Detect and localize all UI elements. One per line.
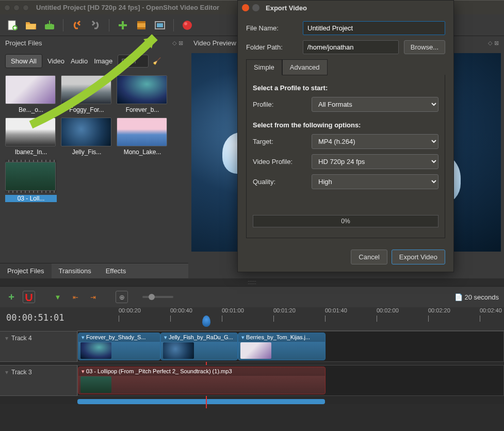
file-item[interactable]: Forever_b... (117, 75, 168, 113)
dialog-title: Export Video (266, 4, 307, 12)
svg-point-8 (183, 21, 192, 30)
profile-label: Profile: (253, 101, 306, 108)
next-marker-button[interactable]: ⇥ (87, 291, 99, 303)
show-all-button[interactable]: Show All (5, 54, 42, 68)
profile-button[interactable] (134, 18, 149, 32)
export-video-button[interactable]: Export Video (392, 250, 445, 264)
open-project-button[interactable] (24, 18, 38, 32)
timeline-toolbar: + ▼ ⇤ ⇥ ⊕ 📄 20 seconds (0, 286, 504, 307)
cancel-button[interactable]: Cancel (351, 250, 387, 264)
playhead[interactable] (202, 316, 210, 327)
folder-path-input[interactable] (303, 40, 399, 54)
project-files-title: Project Files (5, 39, 42, 47)
file-item[interactable]: Mono_Lake... (117, 118, 168, 156)
center-playhead-button[interactable]: ⊕ (116, 291, 128, 303)
clip[interactable]: ▾ 03 - Lollipop (From _Pitch Perfect 2_ … (78, 367, 326, 394)
redo-button[interactable] (88, 18, 103, 32)
browse-button[interactable]: Browse... (404, 40, 445, 54)
track-lane[interactable]: ▾ 03 - Lollipop (From _Pitch Perfect 2_ … (77, 365, 504, 396)
target-select[interactable]: MP4 (h.264) (312, 134, 438, 149)
clip[interactable]: ▾ Jelly_Fish_by_RaDu_G... (160, 333, 238, 360)
track-header[interactable]: ▾Track 3 (0, 365, 77, 396)
fullscreen-button[interactable] (153, 18, 167, 32)
window-title: Untitled Project [HD 720p 24 fps] - Open… (36, 4, 219, 11)
quality-select[interactable]: High (312, 174, 438, 189)
track-lane[interactable]: ▾ Forever_by_Shady_S... ▾ Jelly_Fish_by_… (77, 331, 504, 362)
minimize-icon[interactable] (252, 4, 259, 11)
undo-button[interactable] (70, 18, 84, 32)
undock-icon[interactable]: ◇ (172, 40, 176, 46)
clear-filter-icon[interactable]: 🧹 (153, 57, 161, 65)
razor-button[interactable]: ▼ (52, 291, 64, 303)
select-profile-heading: Select a Profile to start: (253, 84, 438, 92)
file-item[interactable]: Foggy_For... (61, 75, 112, 113)
filter-audio[interactable]: Audio (70, 55, 89, 67)
export-button[interactable] (180, 18, 194, 32)
prev-marker-button[interactable]: ⇤ (69, 291, 82, 303)
new-project-button[interactable] (5, 18, 20, 32)
file-item[interactable]: 03 - Loll... (5, 160, 57, 202)
file-name-label: File Name: (246, 24, 298, 32)
file-item[interactable]: Jelly_Fis... (61, 118, 112, 156)
undock-icon[interactable]: ◇ (488, 40, 492, 46)
timeline-scrollbar[interactable] (77, 399, 325, 404)
track-header[interactable]: ▾Track 4 (0, 331, 77, 362)
video-profile-label: Video Profile: (253, 158, 306, 165)
timeline-tracks: ▾Track 4 ▾ Forever_by_Shady_S... ▾ Jelly… (0, 331, 504, 404)
close-icon[interactable] (4, 5, 10, 11)
svg-point-9 (184, 22, 187, 25)
video-profile-select[interactable]: HD 720p 24 fps (312, 154, 438, 169)
add-track-button[interactable]: + (5, 291, 18, 303)
svg-rect-7 (157, 23, 163, 27)
target-label: Target: (253, 138, 306, 145)
tab-simple[interactable]: Simple (246, 59, 282, 75)
tab-transitions[interactable]: Transitions (52, 263, 99, 278)
export-progress: 0% (253, 215, 438, 227)
minimize-icon[interactable] (13, 5, 20, 11)
file-name-input[interactable] (303, 21, 445, 35)
file-item[interactable]: Ibanez_In... (5, 118, 57, 156)
tab-project-files[interactable]: Project Files (0, 263, 52, 278)
video-preview-title: Video Preview (193, 39, 236, 47)
svg-rect-4 (137, 21, 145, 23)
tab-effects[interactable]: Effects (99, 263, 134, 278)
filter-input[interactable] (118, 55, 149, 68)
maximize-icon[interactable] (23, 5, 29, 11)
export-video-dialog: Export Video File Name: Folder Path: Bro… (237, 0, 454, 272)
folder-path-label: Folder Path: (246, 43, 298, 51)
close-icon[interactable] (242, 4, 249, 11)
clip[interactable]: ▾ Berries_by_Tom_Kijas.j... (238, 333, 326, 360)
zoom-icon: 📄 (454, 293, 463, 301)
timecode-display: 00:00:51:01 (0, 307, 77, 331)
import-files-button[interactable] (116, 18, 130, 32)
zoom-slider[interactable] (142, 296, 173, 298)
filter-image[interactable]: Image (93, 55, 113, 67)
snap-button[interactable] (23, 291, 35, 303)
panel-close-icon[interactable]: ⊠ (178, 40, 183, 46)
profile-select[interactable]: All Formats (312, 97, 438, 112)
save-project-button[interactable] (42, 18, 57, 32)
select-options-heading: Select from the following options: (253, 121, 438, 129)
file-item[interactable]: Be..._o... (5, 75, 57, 113)
tab-advanced[interactable]: Advanced (282, 59, 328, 75)
svg-rect-5 (137, 27, 145, 29)
panel-close-icon[interactable]: ⊠ (494, 40, 499, 46)
timeline-ruler[interactable]: 00:00:20 00:00:40 00:01:00 00:01:20 00:0… (77, 307, 504, 331)
project-files-panel: Project Files ◇⊠ Show All Video Audio Im… (0, 36, 188, 278)
clip[interactable]: ▾ Forever_by_Shady_S... (78, 333, 160, 360)
zoom-level: 20 seconds (465, 293, 499, 301)
filter-video[interactable]: Video (46, 55, 66, 67)
quality-label: Quality: (253, 178, 306, 186)
